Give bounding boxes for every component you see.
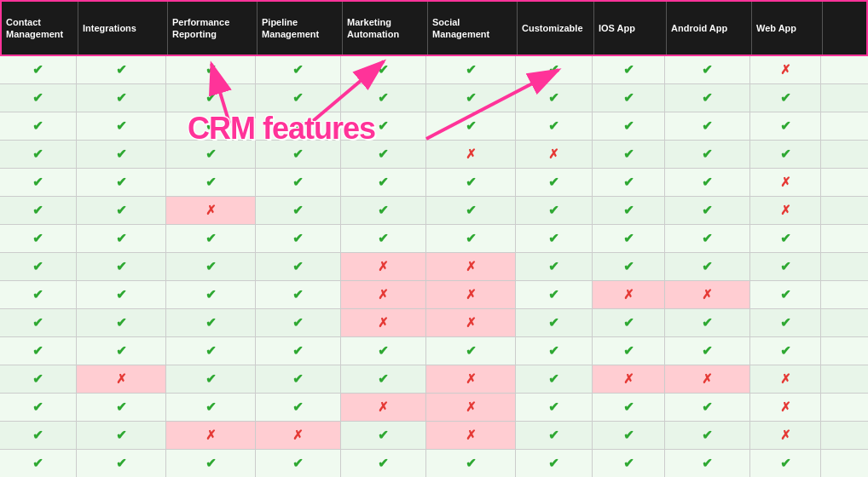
cell: ✔ <box>77 56 166 83</box>
cell: ✔ <box>665 56 750 83</box>
table-row: ✔ ✔ ✗ ✔ ✔ ✔ ✔ ✔ ✔ ✗ <box>0 197 868 225</box>
cell: ✔ <box>516 56 593 83</box>
cell: ✔ <box>593 56 665 83</box>
cell: ✔ <box>0 56 77 83</box>
cell: ✔ <box>341 56 426 83</box>
header-web-app: Web App <box>752 2 823 55</box>
header-ios-app: IOS App <box>594 2 667 55</box>
table-row: ✔ ✔ ✔ ✔ ✔ ✔ ✔ ✔ ✔ ✔ <box>0 84 868 112</box>
cell: ✔ <box>256 56 341 83</box>
header-contact-management: ContactManagement <box>2 2 78 55</box>
table-row: ✔ ✔ ✔ ✔ ✔ ✔ ✔ ✔ ✔ ✔ <box>0 225 868 253</box>
header-marketing-automation: MarketingAutomation <box>343 2 428 55</box>
table-row: ✔ ✔ ✔ ✔ ✗ ✗ ✔ ✔ ✔ ✔ <box>0 309 868 337</box>
table-row: ✔ ✔ ✗ ✗ ✔ ✗ ✔ ✔ ✔ ✗ <box>0 422 868 450</box>
table-row: ✔ ✔ ✔ ✔ ✗ ✗ ✔ ✔ ✔ ✗ <box>0 394 868 422</box>
table-row: ✔ ✔ ✔ ✔ ✔ ✔ ✔ ✔ ✔ ✔ <box>0 450 868 477</box>
table-row: ✔ ✔ ✔ ✔ ✗ ✗ ✔ ✔ ✔ ✔ <box>0 253 868 281</box>
cell: ✔ <box>166 56 256 83</box>
spreadsheet: ContactManagement Integrations Performan… <box>0 0 868 477</box>
header-integrations: Integrations <box>78 2 168 55</box>
header-social-management: SocialManagement <box>428 2 518 55</box>
table-row: ✔ ✔ ✔ ✔ ✔ ✔ ✔ ✔ ✔ ✗ <box>0 56 868 84</box>
header-pipeline-management: PipelineManagement <box>258 2 343 55</box>
cell: ✗ <box>750 56 821 83</box>
header-android-app: Android App <box>667 2 752 55</box>
table-row: ✔ ✔ ✔ ✔ ✗ ✗ ✔ ✗ ✗ ✔ <box>0 281 868 309</box>
header-row: ContactManagement Integrations Performan… <box>0 0 868 56</box>
table-row: ✔ ✔ ✔ ✔ ✔ ✔ ✔ ✔ ✔ ✔ <box>0 112 868 141</box>
table-row: ✔ ✔ ✔ ✔ ✔ ✔ ✔ ✔ ✔ ✗ <box>0 169 868 197</box>
header-customizable: Customizable <box>518 2 594 55</box>
table-row: ✔ ✔ ✔ ✔ ✔ ✔ ✔ ✔ ✔ ✔ <box>0 337 868 365</box>
header-performance-reporting: PerformanceReporting <box>168 2 258 55</box>
table-row: ✔ ✔ ✔ ✔ ✔ ✗ ✗ ✔ ✔ ✔ <box>0 141 868 169</box>
table-row: ✔ ✗ ✔ ✔ ✔ ✗ ✔ ✗ ✗ ✗ <box>0 365 868 394</box>
cell: ✔ <box>426 56 516 83</box>
